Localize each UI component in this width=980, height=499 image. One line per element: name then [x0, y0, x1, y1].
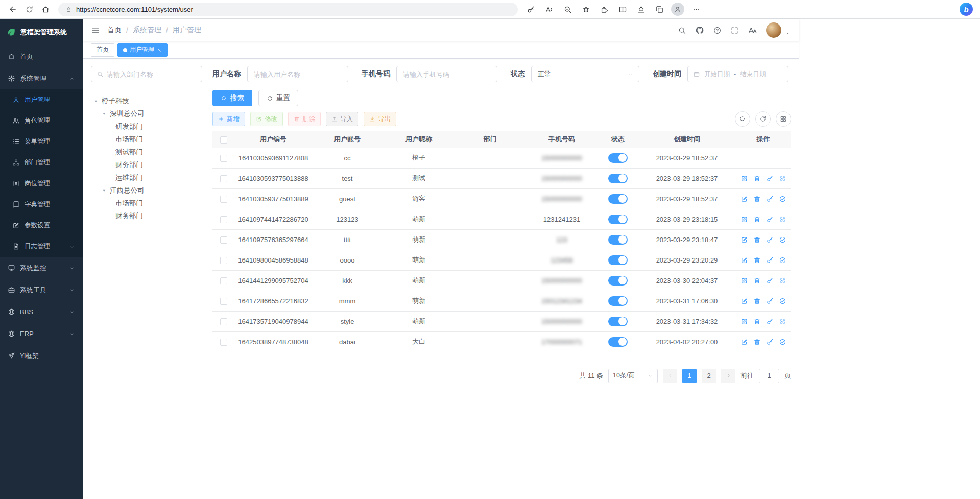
sidebar-toggle-icon[interactable]: [91, 26, 100, 35]
edit-icon[interactable]: [740, 338, 748, 346]
browser-profile-avatar[interactable]: [670, 2, 685, 17]
delete-icon[interactable]: [753, 175, 761, 182]
sidebar-item-role[interactable]: 角色管理: [0, 110, 83, 131]
phone-input[interactable]: [396, 66, 497, 82]
export-button[interactable]: 导出: [364, 112, 396, 126]
date-range-picker[interactable]: 开始日期 - 结束日期: [687, 66, 788, 82]
column-settings-button[interactable]: [776, 111, 791, 127]
page-size-select[interactable]: 10条/页: [608, 369, 658, 383]
sidebar-item-system[interactable]: 系统管理: [0, 67, 83, 89]
row-checkbox[interactable]: [220, 216, 227, 223]
page-button-2[interactable]: 2: [702, 369, 716, 383]
tab-user[interactable]: 用户管理: [117, 43, 168, 57]
github-icon[interactable]: [695, 26, 704, 35]
tree-node[interactable]: 橙子科技: [91, 94, 202, 107]
breadcrumb-item[interactable]: 系统管理: [133, 26, 161, 35]
sidebar-item-param[interactable]: 参数设置: [0, 215, 83, 236]
edit-icon[interactable]: [740, 175, 748, 182]
row-checkbox[interactable]: [220, 236, 227, 244]
reset-password-icon[interactable]: [766, 175, 774, 182]
assign-role-icon[interactable]: [779, 318, 786, 325]
tree-caret-icon[interactable]: [101, 187, 107, 194]
assign-role-icon[interactable]: [779, 175, 786, 182]
sidebar-item-erp[interactable]: ERP: [0, 323, 83, 345]
status-toggle[interactable]: [608, 235, 628, 245]
tree-node[interactable]: 财务部门: [91, 209, 202, 222]
refresh-icon[interactable]: [21, 2, 37, 17]
department-search-input[interactable]: [107, 70, 197, 78]
password-manager-icon[interactable]: [523, 2, 538, 17]
next-page-button[interactable]: [721, 369, 735, 383]
status-toggle[interactable]: [608, 174, 628, 183]
favorites-icon[interactable]: [578, 2, 593, 17]
row-checkbox[interactable]: [220, 277, 227, 284]
status-toggle[interactable]: [608, 337, 628, 347]
status-toggle[interactable]: [608, 317, 628, 326]
fullscreen-icon[interactable]: [730, 26, 739, 35]
sidebar-item-post[interactable]: 岗位管理: [0, 173, 83, 194]
tree-node[interactable]: 研发部门: [91, 120, 202, 133]
assign-role-icon[interactable]: [779, 216, 786, 223]
search-button[interactable]: 搜索: [212, 90, 252, 106]
edit-icon[interactable]: [740, 236, 748, 244]
username-input[interactable]: [247, 66, 348, 82]
font-size-icon[interactable]: [748, 26, 757, 35]
goto-page-input[interactable]: [759, 369, 779, 383]
assign-role-icon[interactable]: [779, 277, 786, 284]
edit-icon[interactable]: [740, 195, 748, 203]
import-button[interactable]: 导入: [326, 112, 358, 126]
home-icon[interactable]: [38, 2, 53, 17]
assign-role-icon[interactable]: [779, 236, 786, 244]
favorites-bar-icon[interactable]: [633, 2, 649, 17]
delete-button[interactable]: 删除: [288, 112, 321, 126]
status-toggle[interactable]: [608, 276, 628, 286]
sidebar-item-monitor[interactable]: 系统监控: [0, 257, 83, 279]
edit-icon[interactable]: [740, 277, 748, 284]
reset-password-icon[interactable]: [766, 318, 774, 325]
sidebar-item-yi[interactable]: Yi框架: [0, 345, 83, 367]
reset-password-icon[interactable]: [766, 236, 774, 244]
help-icon[interactable]: [713, 26, 722, 35]
sidebar-item-tools[interactable]: 系统工具: [0, 279, 83, 301]
edit-icon[interactable]: [740, 318, 748, 325]
status-select[interactable]: 正常: [531, 66, 639, 82]
assign-role-icon[interactable]: [779, 256, 786, 264]
reset-password-icon[interactable]: [766, 256, 774, 264]
close-tab-icon[interactable]: [157, 47, 162, 53]
search-icon[interactable]: [678, 26, 686, 35]
row-checkbox[interactable]: [220, 155, 227, 162]
row-checkbox[interactable]: [220, 339, 227, 346]
assign-role-icon[interactable]: [779, 297, 786, 305]
prev-page-button[interactable]: [663, 369, 677, 383]
row-checkbox[interactable]: [220, 257, 227, 264]
delete-icon[interactable]: [753, 338, 761, 346]
reset-button[interactable]: 重置: [258, 90, 298, 106]
delete-icon[interactable]: [753, 277, 761, 284]
delete-icon[interactable]: [753, 216, 761, 223]
edit-icon[interactable]: [740, 256, 748, 264]
tree-node[interactable]: 运维部门: [91, 171, 202, 184]
status-toggle[interactable]: [608, 153, 628, 163]
tree-node[interactable]: 测试部门: [91, 146, 202, 158]
reset-password-icon[interactable]: [766, 338, 774, 346]
edit-icon[interactable]: [740, 216, 748, 223]
address-bar[interactable]: https://ccnetcore.com:1101/system/user: [58, 3, 518, 16]
toggle-search-button[interactable]: [735, 111, 750, 127]
tree-node[interactable]: 江西总公司: [91, 184, 202, 197]
edit-icon[interactable]: [740, 297, 748, 305]
delete-icon[interactable]: [753, 297, 761, 305]
more-icon[interactable]: [688, 2, 704, 17]
split-screen-icon[interactable]: [615, 2, 630, 17]
tree-caret-icon[interactable]: [101, 111, 107, 117]
tree-node[interactable]: 市场部门: [91, 197, 202, 209]
status-toggle[interactable]: [608, 255, 628, 265]
tree-caret-icon[interactable]: [93, 98, 99, 104]
copilot-button[interactable]: b: [960, 3, 973, 16]
tree-node[interactable]: 市场部门: [91, 133, 202, 146]
status-toggle[interactable]: [608, 194, 628, 204]
sidebar-item-log[interactable]: 日志管理: [0, 236, 83, 257]
app-logo[interactable]: 意框架管理系统: [0, 19, 83, 45]
reset-password-icon[interactable]: [766, 195, 774, 203]
sidebar-item-dict[interactable]: 字典管理: [0, 194, 83, 215]
collections-icon[interactable]: [652, 2, 667, 17]
